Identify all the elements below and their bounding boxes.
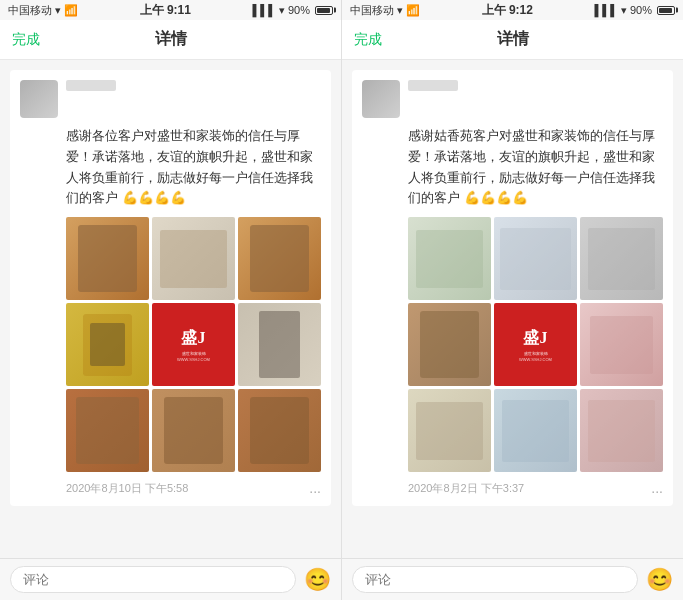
- wifi-bars-left: ▾: [279, 4, 285, 17]
- back-button-right[interactable]: 完成: [354, 31, 382, 49]
- photo-2-0-right: [408, 389, 491, 472]
- photo-0-1-left: [152, 217, 235, 300]
- signal-bars-left: ▌▌▌: [253, 4, 276, 16]
- photo-0-0-left: [66, 217, 149, 300]
- emoji-btn-right[interactable]: 😊: [646, 567, 673, 593]
- nav-title-left: 详情: [155, 29, 187, 50]
- avatar-image-left: [20, 80, 58, 118]
- photo-1-1-right: 盛J 盛世和家装饰 WWW.SSHJ.COM: [494, 303, 577, 386]
- post-footer-right: 2020年8月2日 下午3:37 ...: [408, 480, 663, 496]
- status-bars-row: 中国移动 ▾ 📶 上午 9:11 ▌▌▌ ▾ 90% 中国移动 ▾ 📶 上午 9…: [0, 0, 683, 20]
- avatar-right: [362, 80, 400, 118]
- post-meta-right: [408, 80, 663, 91]
- photo-inner-2-1-left: [152, 389, 235, 472]
- photo-2-1-right: [494, 389, 577, 472]
- carrier-left: 中国移动: [8, 3, 52, 18]
- more-btn-left[interactable]: ...: [309, 480, 321, 496]
- photo-grid-right: 盛J 盛世和家装饰 WWW.SSHJ.COM: [408, 217, 663, 472]
- panel-right: 完成 详情 感谢姑香苑客户对盛世和家装饰的信任与厚爱！承诺落地，友谊的旗帜升起，…: [342, 20, 683, 600]
- nav-bar-left: 完成 详情: [0, 20, 341, 60]
- battery-pct-left: 90%: [288, 4, 310, 16]
- photo-inner-0-0-left: [66, 217, 149, 300]
- photo-1-1-left: 盛J 盛世和家装饰 WWW.SSHJ.COM: [152, 303, 235, 386]
- panel-left: 完成 详情 感谢各位客户对盛世和家装饰的信任与厚爱！承诺落地，友谊的旗帜升起，盛…: [0, 20, 342, 600]
- post-header-left: [20, 80, 321, 118]
- photo-inner-1-0-right: [408, 303, 491, 386]
- brand-name-left: 盛世和家装饰: [182, 351, 206, 356]
- more-btn-right[interactable]: ...: [651, 480, 663, 496]
- post-footer-left: 2020年8月10日 下午5:58 ...: [66, 480, 321, 496]
- battery-bar-left: [315, 6, 333, 15]
- panels-container: 完成 详情 感谢各位客户对盛世和家装饰的信任与厚爱！承诺落地，友谊的旗帜升起，盛…: [0, 20, 683, 600]
- photo-inner-0-1-left: [152, 217, 235, 300]
- photo-inner-0-0-right: [408, 217, 491, 300]
- content-left: 感谢各位客户对盛世和家装饰的信任与厚爱！承诺落地，友谊的旗帜升起，盛世和家人将负…: [0, 60, 341, 558]
- photo-2-2-left: [238, 389, 321, 472]
- username-left: [66, 80, 116, 91]
- wifi-icon-right: ▾: [397, 4, 403, 17]
- time-left: 上午 9:11: [140, 2, 191, 19]
- status-right-left: ▌▌▌ ▾ 90%: [253, 4, 333, 17]
- photo-0-2-left: [238, 217, 321, 300]
- username-right: [408, 80, 458, 91]
- photo-1-0-left: [66, 303, 149, 386]
- photo-inner-1-0-left: [66, 303, 149, 386]
- photo-0-2-right: [580, 217, 663, 300]
- post-time-right: 2020年8月2日 下午3:37: [408, 481, 524, 496]
- brand-name-right: 盛世和家装饰: [524, 351, 548, 356]
- carrier-right: 中国移动: [350, 3, 394, 18]
- emoji-btn-left[interactable]: 😊: [304, 567, 331, 593]
- post-content-area-right: 感谢姑香苑客户对盛世和家装饰的信任与厚爱！承诺落地，友谊的旗帜升起，盛世和家人将…: [408, 126, 663, 496]
- photo-0-0-right: [408, 217, 491, 300]
- brand-logo-right: 盛J 盛世和家装饰 WWW.SSHJ.COM: [494, 303, 577, 386]
- photo-1-0-right: [408, 303, 491, 386]
- photo-2-2-right: [580, 389, 663, 472]
- photo-1-2-right: [580, 303, 663, 386]
- status-bar-left: 中国移动 ▾ 📶 上午 9:11 ▌▌▌ ▾ 90%: [0, 0, 342, 20]
- post-meta-left: [66, 80, 321, 91]
- photo-1-2-left: [238, 303, 321, 386]
- time-right: 上午 9:12: [482, 2, 533, 19]
- photo-grid-left: 盛J 盛世和家装饰 WWW.SSHJ.COM: [66, 217, 321, 472]
- post-time-left: 2020年8月10日 下午5:58: [66, 481, 188, 496]
- status-left-right: 中国移动 ▾ 📶: [350, 3, 420, 18]
- status-bar-right: 中国移动 ▾ 📶 上午 9:12 ▌▌▌ ▾ 90%: [342, 0, 683, 20]
- comment-bar-right: 😊: [342, 558, 683, 600]
- photo-inner-0-2-right: [580, 217, 663, 300]
- photo-inner-2-0-left: [66, 389, 149, 472]
- comment-input-right[interactable]: [352, 566, 638, 593]
- post-header-right: [362, 80, 663, 118]
- back-button-left[interactable]: 完成: [12, 31, 40, 49]
- photo-0-1-right: [494, 217, 577, 300]
- signal-bars-right: ▌▌▌: [595, 4, 618, 16]
- content-right: 感谢姑香苑客户对盛世和家装饰的信任与厚爱！承诺落地，友谊的旗帜升起，盛世和家人将…: [342, 60, 683, 558]
- comment-input-left[interactable]: [10, 566, 296, 593]
- avatar-image-right: [362, 80, 400, 118]
- photo-2-1-left: [152, 389, 235, 472]
- avatar-left: [20, 80, 58, 118]
- post-text-right: 感谢姑香苑客户对盛世和家装饰的信任与厚爱！承诺落地，友谊的旗帜升起，盛世和家人将…: [408, 126, 663, 209]
- photo-inner-2-2-right: [580, 389, 663, 472]
- battery-bar-right: [657, 6, 675, 15]
- photo-inner-0-1-right: [494, 217, 577, 300]
- photo-inner-0-2-left: [238, 217, 321, 300]
- brand-sj-left: 盛J: [181, 328, 207, 349]
- photo-inner-2-0-right: [408, 389, 491, 472]
- photo-2-0-left: [66, 389, 149, 472]
- wifi-bars-right: ▾: [621, 4, 627, 17]
- photo-inner-1-2-right: [580, 303, 663, 386]
- post-card-left: 感谢各位客户对盛世和家装饰的信任与厚爱！承诺落地，友谊的旗帜升起，盛世和家人将负…: [10, 70, 331, 506]
- comment-bar-left: 😊: [0, 558, 341, 600]
- brand-url-left: WWW.SSHJ.COM: [177, 357, 210, 362]
- post-text-left: 感谢各位客户对盛世和家装饰的信任与厚爱！承诺落地，友谊的旗帜升起，盛世和家人将负…: [66, 126, 321, 209]
- brand-logo-left: 盛J 盛世和家装饰 WWW.SSHJ.COM: [152, 303, 235, 386]
- photo-inner-2-2-left: [238, 389, 321, 472]
- photo-inner-2-1-right: [494, 389, 577, 472]
- photo-inner-1-2-left: [238, 303, 321, 386]
- signal-left: 📶: [64, 4, 78, 17]
- brand-url-right: WWW.SSHJ.COM: [519, 357, 552, 362]
- status-right-right: ▌▌▌ ▾ 90%: [595, 4, 675, 17]
- nav-bar-right: 完成 详情: [342, 20, 683, 60]
- post-card-right: 感谢姑香苑客户对盛世和家装饰的信任与厚爱！承诺落地，友谊的旗帜升起，盛世和家人将…: [352, 70, 673, 506]
- wifi-icon-left: ▾: [55, 4, 61, 17]
